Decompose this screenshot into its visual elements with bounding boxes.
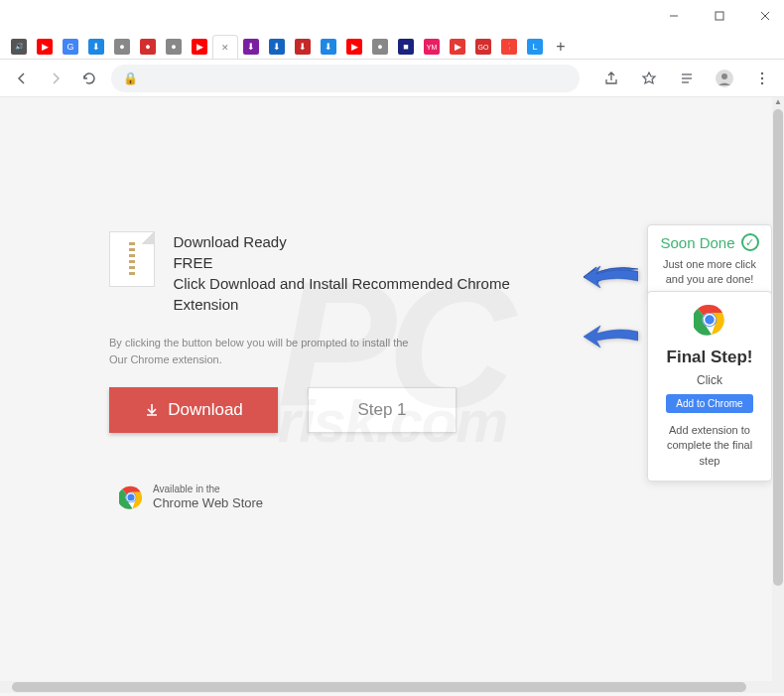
horizontal-scroll-thumb[interactable] [12,682,746,692]
final-step-sub: Click [656,373,763,387]
forward-button[interactable] [44,67,67,90]
tab-4[interactable]: ● [109,35,135,59]
favicon-1: ▶ [37,39,53,55]
tab-15[interactable]: ■ [393,35,419,59]
tab-16[interactable]: YM [419,35,445,59]
favicon-17: ▶ [450,39,465,55]
chrome-store-badge: Available in the Chrome Web Store [119,483,566,512]
favicon-16: YM [424,39,440,55]
tab-13[interactable]: ▶ [341,35,367,59]
tab-5[interactable]: ● [135,35,161,59]
tab-20[interactable]: L [522,35,548,59]
reading-list-icon[interactable] [675,67,699,90]
tab-9[interactable]: ⬇ [238,35,264,59]
tabstrip: 🔊▶G⬇●●●▶✕⬇⬇⬇⬇▶●■YM▶GO📍L+ [0,30,784,60]
favicon-4: ● [114,39,130,55]
favicon-14: ● [372,39,388,55]
final-step-desc: Add extension to complete the final step [656,423,763,469]
tab-0[interactable]: 🔊 [6,35,32,59]
favicon-6: ● [166,39,182,55]
svg-point-10 [761,76,763,78]
tab-14[interactable]: ● [367,35,393,59]
favicon-18: GO [475,39,491,55]
favicon-19: 📍 [501,39,517,55]
tab-11[interactable]: ⬇ [290,35,316,59]
favicon-11: ⬇ [295,39,311,55]
favicon-0: 🔊 [11,39,27,55]
horizontal-scrollbar[interactable] [0,681,772,693]
chrome-logo-icon [119,486,143,509]
favicon-3: ⬇ [88,39,104,55]
vertical-scroll-thumb[interactable] [773,109,783,586]
favicon-12: ⬇ [321,39,336,55]
toolbar: 🔒 [0,60,784,97]
tab-2[interactable]: G [58,35,83,59]
soon-done-title: Soon Done [660,234,734,251]
popup-final-step: Final Step! Click Add to Chrome Add exte… [647,291,772,482]
soon-done-text: Just one more click and you are done! [656,257,763,288]
profile-icon[interactable] [713,67,736,90]
svg-point-14 [127,493,135,501]
close-button[interactable] [751,5,779,27]
back-button[interactable] [10,67,34,90]
tab-17[interactable]: ▶ [445,35,470,59]
favicon-5: ● [140,39,156,55]
favicon-15: ■ [398,39,414,55]
new-tab-button[interactable]: + [548,35,574,59]
tab-18[interactable]: GO [470,35,496,59]
minimize-button[interactable] [660,5,688,27]
reload-button[interactable] [77,67,101,90]
favicon-20: L [527,39,543,55]
svg-rect-1 [716,12,723,20]
page-viewport: Download Ready FREE Click Download and I… [0,97,784,693]
store-avail: Available in the [153,483,263,495]
address-bar[interactable]: 🔒 [111,65,580,92]
tab-6[interactable]: ● [161,35,187,59]
share-icon[interactable] [599,67,623,90]
lock-icon: 🔒 [123,71,138,85]
tab-19[interactable]: 📍 [496,35,522,59]
svg-point-8 [721,73,727,79]
tab-12[interactable]: ⬇ [316,35,341,59]
favicon-8: ✕ [217,40,233,56]
maximize-button[interactable] [706,5,733,27]
tab-1[interactable]: ▶ [32,35,58,59]
step-button[interactable]: Step 1 [308,387,457,433]
headline-2: FREE [173,252,566,273]
main-content: Download Ready FREE Click Download and I… [109,231,566,512]
tab-10[interactable]: ⬇ [264,35,290,59]
arrow-2 [569,319,638,358]
store-name: Chrome Web Store [153,495,263,512]
arrow-1 [569,259,638,299]
download-icon [144,402,160,418]
favicon-7: ▶ [192,39,207,55]
svg-point-11 [761,81,763,83]
bookmark-icon[interactable] [637,67,661,90]
disclaimer-1: By clicking the button below you will be… [109,335,566,351]
tab-8[interactable]: ✕ [212,35,238,59]
browser-window: 🔊▶G⬇●●●▶✕⬇⬇⬇⬇▶●■YM▶GO📍L+ 🔒 Download Read… [0,0,784,693]
final-step-title: Final Step! [656,348,763,367]
headline-1: Download Ready [173,231,566,252]
download-label: Download [168,400,243,420]
favicon-10: ⬇ [269,39,285,55]
favicon-9: ⬇ [243,39,259,55]
window-titlebar [0,0,784,30]
chrome-logo-icon [694,304,725,336]
favicon-2: G [63,39,78,55]
add-to-chrome-button[interactable]: Add to Chrome [666,394,752,413]
file-icon [109,231,155,287]
check-icon: ✓ [741,233,759,251]
favicon-13: ▶ [346,39,362,55]
svg-point-17 [705,315,716,326]
download-button[interactable]: Download [109,387,278,433]
vertical-scrollbar[interactable]: ▲ [772,97,784,681]
header-text: Download Ready FREE Click Download and I… [173,231,566,315]
svg-point-9 [761,71,763,73]
menu-icon[interactable] [750,67,774,90]
headline-3: Click Download and Install Recommended C… [173,273,566,315]
popup-soon-done: Soon Done ✓ Just one more click and you … [647,224,772,297]
disclaimer-2: Our Chrome extension. [109,351,566,368]
tab-3[interactable]: ⬇ [83,35,109,59]
tab-7[interactable]: ▶ [187,35,212,59]
